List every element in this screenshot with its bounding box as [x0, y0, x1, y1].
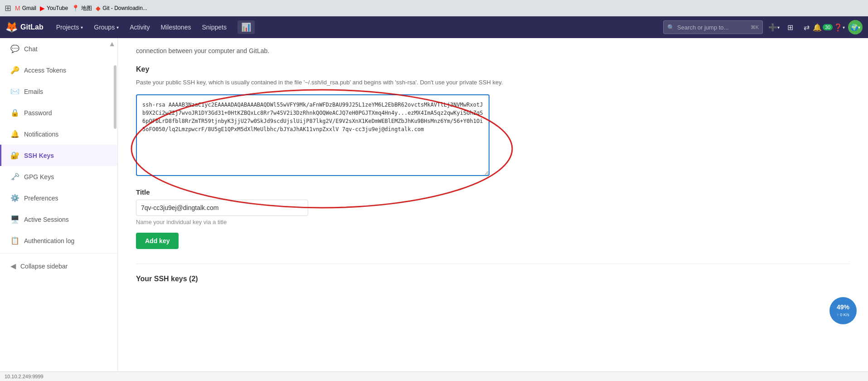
title-section-label: Title [136, 188, 850, 196]
ip-address: 10.10.2.249:9999 [5, 374, 44, 379]
main-layout: ▲ 💬 Chat 🔑 Access Tokens ✉️ Emails 🔒 Pas… [0, 38, 868, 381]
key-section-desc: Paste your public SSH key, which is usua… [136, 78, 850, 87]
sidebar-item-authentication-log[interactable]: 📋 Authentication log [0, 230, 117, 251]
browser-bar: ⊞ M Gmail ▶ YouTube 📍 地图 ◆ Git - Downloa… [0, 0, 868, 16]
sidebar-item-preferences[interactable]: ⚙️ Preferences [0, 187, 117, 209]
scroll-up-indicator[interactable]: ▲ [108, 40, 116, 48]
sidebar-item-chat[interactable]: 💬 Chat [0, 38, 117, 59]
sidebar: ▲ 💬 Chat 🔑 Access Tokens ✉️ Emails 🔒 Pas… [0, 38, 118, 381]
sidebar-item-active-sessions[interactable]: 🖥️ Active Sessions [0, 209, 117, 230]
nav-groups[interactable]: Groups ▾ [88, 16, 124, 38]
sidebar-item-ssh-keys[interactable]: 🔐 SSH Keys [0, 145, 117, 166]
gear-icon: ⚙️ [10, 194, 19, 202]
browser-tab-git[interactable]: ◆ Git - Downloadin... [96, 5, 147, 12]
sidebar-item-collapse[interactable]: ◀ Collapse sidebar [0, 255, 117, 277]
main-content: connection between your computer and Git… [118, 38, 868, 381]
key-section-title: Key [136, 65, 850, 73]
search-bar[interactable]: 🔍 Search or jump to... ⌘K [663, 20, 763, 34]
email-icon: ✉️ [10, 87, 19, 96]
sidebar-scrollbar[interactable] [114, 65, 116, 129]
title-input[interactable] [136, 200, 308, 216]
gitlab-fox-icon: 🦊 [5, 21, 18, 33]
nav-projects[interactable]: Projects ▾ [51, 16, 89, 38]
plus-button[interactable]: ➕▾ [766, 20, 781, 34]
user-avatar[interactable]: 🌍▾ [848, 20, 863, 34]
browser-tab-gmail[interactable]: M Gmail [15, 5, 36, 12]
chevron-down-icon: ▾ [116, 25, 119, 30]
bottom-bar: 10.10.2.249:9999 [0, 371, 868, 381]
gitlab-navbar: 🦊 GitLab Projects ▾ Groups ▾ Activity Mi… [0, 16, 868, 38]
sidebar-divider [0, 253, 117, 254]
search-icon: 🔍 [667, 24, 674, 31]
ssh-key-textarea[interactable]: ssh-rsa AAAAB3NzaC1yc2EAAAADAQABAAABAQDW… [136, 94, 490, 176]
svg-point-1 [829, 297, 857, 324]
monitor-icon: 🖥️ [10, 215, 19, 224]
dock-icon[interactable]: ⊞ [783, 20, 797, 34]
your-keys-title: Your SSH keys (2) [136, 264, 850, 283]
progress-circle: 49% ↑ 0 K/s [827, 295, 859, 327]
content-top-text: connection between your computer and Git… [136, 47, 850, 54]
notification-button[interactable]: 🔔30 [815, 20, 830, 34]
help-button[interactable]: ❓▾ [832, 20, 846, 34]
bell-icon: 🔔 [10, 130, 19, 138]
nav-snippets[interactable]: Snippets [196, 16, 232, 38]
key-icon: 🔑 [10, 66, 19, 74]
progress-speed: ↑ 0 K/s [837, 313, 849, 317]
ssh-key-wrapper: ssh-rsa AAAAB3NzaC1yc2EAAAADAQABAAABAQDW… [136, 94, 490, 177]
search-shortcut: ⌘K [751, 24, 759, 30]
gpg-icon: 🗝️ [10, 172, 19, 181]
sidebar-item-gpg-keys[interactable]: 🗝️ GPG Keys [0, 166, 117, 187]
app-grid-icon[interactable]: ⊞ [5, 3, 11, 13]
nav-milestones[interactable]: Milestones [155, 16, 197, 38]
sidebar-item-access-tokens[interactable]: 🔑 Access Tokens [0, 59, 117, 81]
collapse-icon: ◀ [10, 262, 16, 270]
chart-button[interactable]: 📊 [238, 20, 255, 34]
chevron-down-icon: ▾ [81, 25, 83, 30]
sidebar-item-emails[interactable]: ✉️ Emails [0, 81, 117, 102]
ssh-key-icon: 🔐 [10, 151, 19, 160]
nav-activity[interactable]: Activity [124, 16, 155, 38]
add-key-button[interactable]: Add key [136, 233, 179, 249]
log-icon: 📋 [10, 236, 19, 245]
browser-tab-youtube[interactable]: ▶ YouTube [40, 5, 68, 12]
browser-tab-maps[interactable]: 📍 地图 [72, 5, 92, 12]
chat-icon: 💬 [10, 44, 19, 53]
sidebar-item-password[interactable]: 🔒 Password [0, 102, 117, 123]
progress-value: 49% [837, 303, 850, 311]
sidebar-item-notifications[interactable]: 🔔 Notifications [0, 123, 117, 145]
gitlab-logo[interactable]: 🦊 GitLab [5, 21, 44, 33]
nav-icon-group: ➕▾ ⊞ ⇄ 🔔30 ❓▾ 🌍▾ [766, 20, 863, 34]
merge-request-icon[interactable]: ⇄ [799, 20, 814, 34]
title-hint: Name your individual key via a title [136, 219, 850, 225]
lock-icon: 🔒 [10, 108, 19, 117]
